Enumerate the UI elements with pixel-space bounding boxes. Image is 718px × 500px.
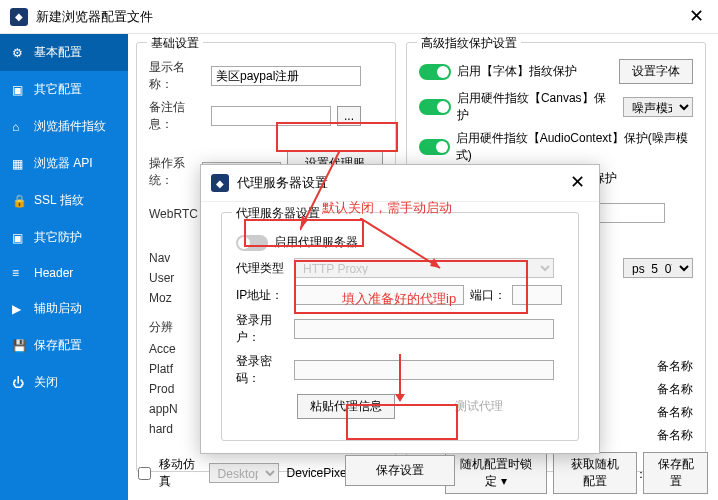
- canvas-label: 启用硬件指纹【Canvas】保护: [457, 90, 617, 124]
- dialog-body: 代理服务器设置 启用代理服务器 代理类型HTTP Proxy IP地址：端口： …: [201, 202, 599, 496]
- note-label: 备注信息：: [149, 99, 205, 133]
- canvas-toggle[interactable]: [419, 99, 451, 115]
- row-val: 备名称: [657, 427, 693, 444]
- shield-icon: ▣: [12, 231, 26, 245]
- paste-button[interactable]: 粘贴代理信息: [297, 394, 395, 419]
- sidebar-item-label: 浏览器 API: [34, 155, 93, 172]
- sidebar-item-api[interactable]: ▦浏览器 API: [0, 145, 128, 182]
- webrtc-label: WebRTC: [149, 207, 205, 221]
- proxy-group-title: 代理服务器设置: [232, 205, 324, 222]
- acc-label: Acce: [149, 342, 205, 356]
- enable-proxy-toggle[interactable]: [236, 235, 268, 251]
- type-label: 代理类型: [236, 260, 288, 277]
- list-icon: ≡: [12, 266, 26, 280]
- titlebar: ◆ 新建浏览器配置文件 ✕: [0, 0, 718, 34]
- sidebar-item-ssl[interactable]: 🔒SSL 指纹: [0, 182, 128, 219]
- sidebar-item-basic[interactable]: ⚙基本配置: [0, 34, 128, 71]
- noise-select[interactable]: 噪声模式B: [623, 97, 693, 117]
- audio-toggle[interactable]: [419, 139, 450, 155]
- close-icon[interactable]: ✕: [684, 5, 708, 29]
- sidebar-item-label: 其它防护: [34, 229, 82, 246]
- proxy-pass-input[interactable]: [294, 360, 554, 380]
- test-button[interactable]: 测试代理: [455, 398, 503, 415]
- proxy-user-input[interactable]: [294, 319, 554, 339]
- adv-title: 高级指纹保护设置: [417, 35, 521, 52]
- note-input[interactable]: [211, 106, 331, 126]
- window-title: 新建浏览器配置文件: [36, 8, 684, 26]
- rocket-icon: ▶: [12, 302, 26, 316]
- enable-proxy-label: 启用代理服务器: [274, 234, 358, 251]
- sidebar-item-label: SSL 指纹: [34, 192, 84, 209]
- type-select[interactable]: HTTP Proxy: [294, 258, 554, 278]
- row-val: 备名称: [657, 404, 693, 421]
- ip-label: IP地址：: [236, 287, 288, 304]
- basic-title: 基础设置: [147, 35, 203, 52]
- sidebar-item-label: 保存配置: [34, 337, 82, 354]
- note-more-button[interactable]: ...: [337, 106, 361, 126]
- sidebar-item-save[interactable]: 💾保存配置: [0, 327, 128, 364]
- sidebar-item-label: 辅助启动: [34, 300, 82, 317]
- name-input[interactable]: [211, 66, 361, 86]
- sidebar-item-label: Header: [34, 266, 73, 280]
- gear-icon: ⚙: [12, 46, 26, 60]
- app-logo-icon: ◆: [10, 8, 28, 26]
- grid-icon: ▦: [12, 157, 26, 171]
- user-label: 登录用户：: [236, 312, 288, 346]
- font-label: 启用【字体】指纹保护: [457, 63, 577, 80]
- col-header: 备名称: [657, 358, 693, 375]
- power-icon: ⏻: [12, 376, 26, 390]
- hard-label: hard: [149, 422, 205, 436]
- sidebar-item-protect[interactable]: ▣其它防护: [0, 219, 128, 256]
- row-val: 备名称: [657, 381, 693, 398]
- cube-icon: ▣: [12, 83, 26, 97]
- user-label: User: [149, 271, 205, 285]
- dialog-header: ◆ 代理服务器设置 ✕: [201, 165, 599, 202]
- ip-input[interactable]: [294, 285, 464, 305]
- sidebar: ⚙基本配置 ▣其它配置 ⌂浏览插件指纹 ▦浏览器 API 🔒SSL 指纹 ▣其它…: [0, 34, 128, 500]
- sidebar-item-other[interactable]: ▣其它配置: [0, 71, 128, 108]
- port-input[interactable]: [512, 285, 562, 305]
- sidebar-item-label: 其它配置: [34, 81, 82, 98]
- proxy-group: 代理服务器设置 启用代理服务器 代理类型HTTP Proxy IP地址：端口： …: [221, 212, 579, 441]
- res-label: 分辨: [149, 319, 205, 336]
- sidebar-item-plugin[interactable]: ⌂浏览插件指纹: [0, 108, 128, 145]
- dialog-title: 代理服务器设置: [237, 174, 565, 192]
- name-label: 显示名称：: [149, 59, 205, 93]
- app-logo-icon: ◆: [211, 174, 229, 192]
- font-button[interactable]: 设置字体: [619, 59, 693, 84]
- proxy-dialog: ◆ 代理服务器设置 ✕ 代理服务器设置 启用代理服务器 代理类型HTTP Pro…: [200, 164, 600, 454]
- moz-label: Moz: [149, 291, 205, 305]
- home-icon: ⌂: [12, 120, 26, 134]
- sidebar-item-header[interactable]: ≡Header: [0, 256, 128, 290]
- sidebar-item-label: 浏览插件指纹: [34, 118, 106, 135]
- sidebar-item-label: 基本配置: [34, 44, 82, 61]
- mobile-label: 移动仿真: [159, 456, 201, 490]
- sidebar-item-close[interactable]: ⏻关闭: [0, 364, 128, 401]
- save-icon: 💾: [12, 339, 26, 353]
- dialog-close-icon[interactable]: ✕: [565, 171, 589, 195]
- port-label: 端口：: [470, 287, 506, 304]
- save-proxy-button[interactable]: 保存设置: [345, 455, 455, 486]
- app-label: appN: [149, 402, 205, 416]
- pass-label: 登录密码：: [236, 353, 288, 387]
- os-label: 操作系统：: [149, 155, 196, 189]
- prod-label: Prod: [149, 382, 205, 396]
- mobile-checkbox[interactable]: [138, 467, 151, 480]
- sidebar-item-label: 关闭: [34, 374, 58, 391]
- sidebar-item-assist[interactable]: ▶辅助启动: [0, 290, 128, 327]
- audio-label: 启用硬件指纹【AudioContext】保护(噪声模式): [456, 130, 693, 164]
- font-toggle[interactable]: [419, 64, 451, 80]
- plat-label: Platf: [149, 362, 205, 376]
- save-config-button[interactable]: 保存配置: [643, 452, 708, 494]
- nav-label: Nav: [149, 251, 205, 265]
- lock-icon: 🔒: [12, 194, 26, 208]
- ps-select[interactable]: ps_5_0): [623, 258, 693, 278]
